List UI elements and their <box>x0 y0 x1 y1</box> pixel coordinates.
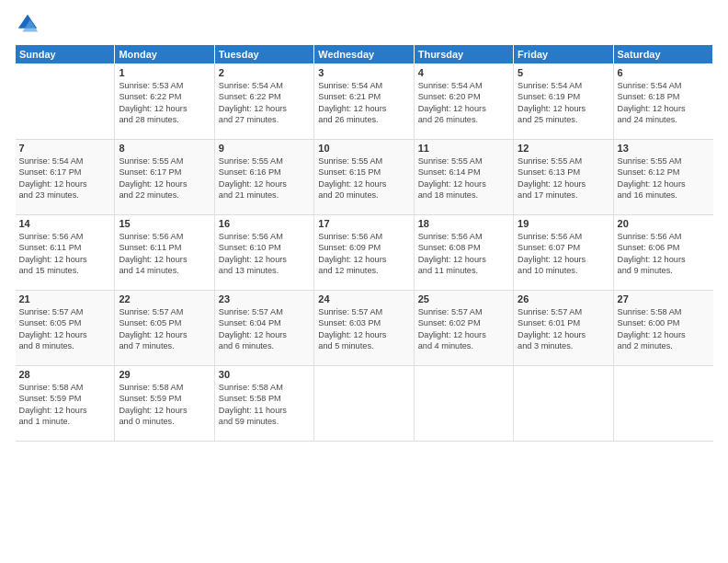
col-header-wednesday: Wednesday <box>314 45 414 64</box>
cell-2-5: 11Sunrise: 5:55 AM Sunset: 6:14 PM Dayli… <box>414 140 513 215</box>
day-number: 24 <box>318 293 409 304</box>
day-number: 29 <box>119 369 210 380</box>
col-header-tuesday: Tuesday <box>214 45 313 64</box>
cell-3-3: 16Sunrise: 5:56 AM Sunset: 6:10 PM Dayli… <box>214 215 313 291</box>
cell-content: Sunrise: 5:56 AM Sunset: 6:11 PM Dayligh… <box>19 231 111 277</box>
cell-1-3: 2Sunrise: 5:54 AM Sunset: 6:22 PM Daylig… <box>214 64 313 140</box>
day-number: 27 <box>618 293 710 304</box>
day-number: 7 <box>19 143 111 154</box>
cell-5-2: 29Sunrise: 5:58 AM Sunset: 5:59 PM Dayli… <box>115 366 214 442</box>
day-number: 21 <box>19 293 111 304</box>
cell-2-7: 13Sunrise: 5:55 AM Sunset: 6:12 PM Dayli… <box>613 140 712 215</box>
cell-5-7 <box>613 366 712 442</box>
day-number: 6 <box>618 67 710 78</box>
day-number: 11 <box>418 143 509 154</box>
day-number: 2 <box>219 67 310 78</box>
day-number: 16 <box>219 218 310 229</box>
week-row-4: 21Sunrise: 5:57 AM Sunset: 6:05 PM Dayli… <box>16 291 713 366</box>
day-number: 17 <box>318 218 409 229</box>
cell-content: Sunrise: 5:57 AM Sunset: 6:05 PM Dayligh… <box>19 306 111 352</box>
cell-1-6: 5Sunrise: 5:54 AM Sunset: 6:19 PM Daylig… <box>514 64 613 140</box>
day-number: 19 <box>518 218 609 229</box>
cell-content: Sunrise: 5:54 AM Sunset: 6:19 PM Dayligh… <box>518 80 609 126</box>
cell-3-6: 19Sunrise: 5:56 AM Sunset: 6:07 PM Dayli… <box>514 215 613 291</box>
cell-3-2: 15Sunrise: 5:56 AM Sunset: 6:11 PM Dayli… <box>115 215 214 291</box>
cell-content: Sunrise: 5:58 AM Sunset: 5:58 PM Dayligh… <box>219 382 310 428</box>
day-number: 5 <box>518 67 609 78</box>
cell-content: Sunrise: 5:58 AM Sunset: 6:00 PM Dayligh… <box>618 306 710 352</box>
cell-2-3: 9Sunrise: 5:55 AM Sunset: 6:16 PM Daylig… <box>214 140 313 215</box>
cell-1-4: 3Sunrise: 5:54 AM Sunset: 6:21 PM Daylig… <box>314 64 414 140</box>
cell-content: Sunrise: 5:57 AM Sunset: 6:03 PM Dayligh… <box>318 306 409 352</box>
cell-content: Sunrise: 5:56 AM Sunset: 6:07 PM Dayligh… <box>518 231 609 277</box>
cell-content: Sunrise: 5:53 AM Sunset: 6:22 PM Dayligh… <box>119 80 210 126</box>
cell-4-5: 25Sunrise: 5:57 AM Sunset: 6:02 PM Dayli… <box>414 291 513 366</box>
day-number: 25 <box>418 293 509 304</box>
day-number: 3 <box>318 67 409 78</box>
cell-content: Sunrise: 5:55 AM Sunset: 6:12 PM Dayligh… <box>618 155 710 201</box>
cell-content: Sunrise: 5:57 AM Sunset: 6:04 PM Dayligh… <box>219 306 310 352</box>
col-header-friday: Friday <box>514 45 613 64</box>
cell-2-6: 12Sunrise: 5:55 AM Sunset: 6:13 PM Dayli… <box>514 140 613 215</box>
week-row-2: 7Sunrise: 5:54 AM Sunset: 6:17 PM Daylig… <box>16 140 713 215</box>
header-row: SundayMondayTuesdayWednesdayThursdayFrid… <box>16 45 713 64</box>
cell-content: Sunrise: 5:54 AM Sunset: 6:22 PM Dayligh… <box>219 80 310 126</box>
cell-content: Sunrise: 5:56 AM Sunset: 6:11 PM Dayligh… <box>119 231 210 277</box>
cell-content: Sunrise: 5:56 AM Sunset: 6:09 PM Dayligh… <box>318 231 409 277</box>
cell-5-6 <box>514 366 613 442</box>
cell-content: Sunrise: 5:55 AM Sunset: 6:16 PM Dayligh… <box>219 155 310 201</box>
cell-2-4: 10Sunrise: 5:55 AM Sunset: 6:15 PM Dayli… <box>314 140 414 215</box>
cell-content: Sunrise: 5:56 AM Sunset: 6:06 PM Dayligh… <box>618 231 710 277</box>
day-number: 10 <box>318 143 409 154</box>
cell-5-1: 28Sunrise: 5:58 AM Sunset: 5:59 PM Dayli… <box>16 366 115 442</box>
cell-4-7: 27Sunrise: 5:58 AM Sunset: 6:00 PM Dayli… <box>613 291 712 366</box>
day-number: 4 <box>418 67 509 78</box>
cell-content: Sunrise: 5:57 AM Sunset: 6:05 PM Dayligh… <box>119 306 210 352</box>
day-number: 22 <box>119 293 210 304</box>
cell-content: Sunrise: 5:54 AM Sunset: 6:20 PM Dayligh… <box>418 80 509 126</box>
cell-content: Sunrise: 5:58 AM Sunset: 5:59 PM Dayligh… <box>119 382 210 428</box>
cell-content: Sunrise: 5:54 AM Sunset: 6:17 PM Dayligh… <box>19 155 111 201</box>
header <box>15 11 713 37</box>
col-header-thursday: Thursday <box>414 45 513 64</box>
cell-content: Sunrise: 5:54 AM Sunset: 6:18 PM Dayligh… <box>618 80 710 126</box>
cell-2-1: 7Sunrise: 5:54 AM Sunset: 6:17 PM Daylig… <box>16 140 115 215</box>
calendar-table: SundayMondayTuesdayWednesdayThursdayFrid… <box>15 44 713 442</box>
cell-3-1: 14Sunrise: 5:56 AM Sunset: 6:11 PM Dayli… <box>16 215 115 291</box>
cell-content: Sunrise: 5:55 AM Sunset: 6:15 PM Dayligh… <box>318 155 409 201</box>
cell-1-5: 4Sunrise: 5:54 AM Sunset: 6:20 PM Daylig… <box>414 64 513 140</box>
cell-4-4: 24Sunrise: 5:57 AM Sunset: 6:03 PM Dayli… <box>314 291 414 366</box>
day-number: 28 <box>19 369 111 380</box>
week-row-5: 28Sunrise: 5:58 AM Sunset: 5:59 PM Dayli… <box>16 366 713 442</box>
cell-1-1 <box>16 64 115 140</box>
day-number: 14 <box>19 218 111 229</box>
cell-4-3: 23Sunrise: 5:57 AM Sunset: 6:04 PM Dayli… <box>214 291 313 366</box>
cell-3-7: 20Sunrise: 5:56 AM Sunset: 6:06 PM Dayli… <box>613 215 712 291</box>
cell-1-7: 6Sunrise: 5:54 AM Sunset: 6:18 PM Daylig… <box>613 64 712 140</box>
cell-5-4 <box>314 366 414 442</box>
cell-content: Sunrise: 5:55 AM Sunset: 6:13 PM Dayligh… <box>518 155 609 201</box>
cell-content: Sunrise: 5:55 AM Sunset: 6:17 PM Dayligh… <box>119 155 210 201</box>
cell-4-6: 26Sunrise: 5:57 AM Sunset: 6:01 PM Dayli… <box>514 291 613 366</box>
week-row-1: 1Sunrise: 5:53 AM Sunset: 6:22 PM Daylig… <box>16 64 713 140</box>
cell-content: Sunrise: 5:55 AM Sunset: 6:14 PM Dayligh… <box>418 155 509 201</box>
col-header-sunday: Sunday <box>16 45 115 64</box>
cell-1-2: 1Sunrise: 5:53 AM Sunset: 6:22 PM Daylig… <box>115 64 214 140</box>
logo-icon <box>15 11 40 37</box>
cell-4-1: 21Sunrise: 5:57 AM Sunset: 6:05 PM Dayli… <box>16 291 115 366</box>
day-number: 12 <box>518 143 609 154</box>
cell-content: Sunrise: 5:54 AM Sunset: 6:21 PM Dayligh… <box>318 80 409 126</box>
day-number: 9 <box>219 143 310 154</box>
cell-content: Sunrise: 5:57 AM Sunset: 6:02 PM Dayligh… <box>418 306 509 352</box>
day-number: 18 <box>418 218 509 229</box>
day-number: 20 <box>618 218 710 229</box>
page: SundayMondayTuesdayWednesdayThursdayFrid… <box>0 0 728 563</box>
cell-content: Sunrise: 5:56 AM Sunset: 6:08 PM Dayligh… <box>418 231 509 277</box>
day-number: 26 <box>518 293 609 304</box>
cell-5-5 <box>414 366 513 442</box>
day-number: 23 <box>219 293 310 304</box>
cell-4-2: 22Sunrise: 5:57 AM Sunset: 6:05 PM Dayli… <box>115 291 214 366</box>
cell-3-4: 17Sunrise: 5:56 AM Sunset: 6:09 PM Dayli… <box>314 215 414 291</box>
cell-content: Sunrise: 5:58 AM Sunset: 5:59 PM Dayligh… <box>19 382 111 428</box>
cell-content: Sunrise: 5:57 AM Sunset: 6:01 PM Dayligh… <box>518 306 609 352</box>
